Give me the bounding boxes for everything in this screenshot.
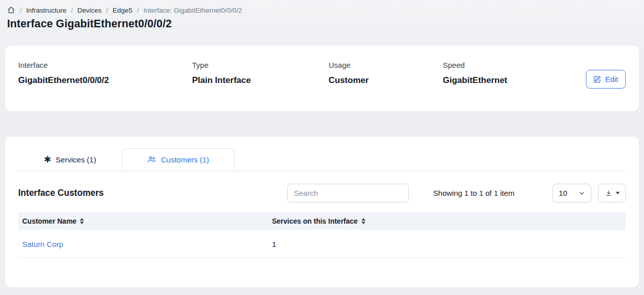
- breadcrumb-separator: /: [137, 7, 139, 14]
- field-usage-label: Usage: [329, 61, 443, 69]
- field-usage-value: Customer: [329, 75, 443, 86]
- breadcrumb-item-current-interface: Interface: GigabitEthernet0/0/0/2: [144, 7, 242, 14]
- sort-icon: [361, 218, 365, 224]
- page-header: / Infrastructure / Devices / Edge5 / Int…: [0, 0, 644, 46]
- showing-count-text: Showing 1 to 1 of 1 item: [433, 189, 518, 197]
- tab-customers[interactable]: Customers (1): [122, 148, 235, 171]
- breadcrumb-separator: /: [71, 7, 73, 14]
- field-interface-label: Interface: [18, 61, 192, 69]
- field-usage: Usage Customer: [329, 61, 443, 111]
- people-icon: [147, 155, 156, 164]
- field-speed-label: Speed: [443, 61, 586, 69]
- field-type-value: Plain Interface: [192, 75, 329, 86]
- column-header-customer-name[interactable]: Customer Name: [18, 217, 268, 225]
- field-speed: Speed GigabitEthernet: [443, 61, 586, 111]
- field-interface-value: GigabitEthernet0/0/0/2: [18, 75, 192, 86]
- breadcrumb-home-link[interactable]: [7, 6, 15, 14]
- table-row: Saturn Corp 1: [18, 230, 626, 258]
- cell-services-count: 1: [268, 240, 280, 248]
- breadcrumb: / Infrastructure / Devices / Edge5 / Int…: [7, 6, 637, 14]
- column-header-services-count[interactable]: Services on this Interface: [268, 217, 626, 225]
- panel-title: Interface Customers: [18, 188, 287, 198]
- field-interface: Interface GigabitEthernet0/0/0/2: [18, 61, 192, 111]
- page-title: Interface GigabitEthernet0/0/0/2: [7, 18, 637, 30]
- tab-services-label: Services (1): [56, 155, 96, 164]
- export-download-button[interactable]: [598, 184, 626, 202]
- edit-pencil-icon: [593, 75, 601, 83]
- breadcrumb-item-edge5[interactable]: Edge5: [113, 7, 132, 14]
- table-header-row: Customer Name Services on this Interface: [18, 212, 626, 230]
- field-type-label: Type: [192, 61, 329, 69]
- breadcrumb-item-devices[interactable]: Devices: [77, 7, 102, 14]
- chevron-down-icon: [578, 190, 585, 197]
- home-icon: [7, 6, 15, 14]
- search-input[interactable]: [287, 184, 408, 202]
- sort-icon: [80, 218, 84, 224]
- cell-customer-name: Saturn Corp: [18, 240, 268, 248]
- customers-toolbar: Interface Customers Showing 1 to 1 of 1 …: [18, 184, 626, 202]
- breadcrumb-separator: /: [20, 7, 22, 14]
- download-icon: [605, 189, 613, 197]
- field-type: Type Plain Interface: [192, 61, 329, 111]
- customers-table: Customer Name Services on this Interface…: [18, 212, 626, 258]
- tab-customers-label: Customers (1): [161, 155, 209, 164]
- tab-services[interactable]: ✱ Services (1): [18, 148, 122, 171]
- tab-bar: ✱ Services (1) Customers (1): [18, 148, 626, 171]
- edit-button-label: Edit: [605, 75, 618, 83]
- interface-summary-card: Interface GigabitEthernet0/0/0/2 Type Pl…: [5, 46, 639, 111]
- column-header-services-count-label: Services on this Interface: [272, 217, 358, 225]
- page-size-value: 10: [559, 189, 567, 197]
- edit-button[interactable]: Edit: [586, 70, 626, 89]
- field-speed-value: GigabitEthernet: [443, 75, 586, 86]
- asterisk-icon: ✱: [44, 155, 51, 164]
- interface-details-card: ✱ Services (1) Customers (1) Interface C…: [5, 137, 639, 287]
- page-size-select[interactable]: 10: [553, 184, 591, 202]
- breadcrumb-item-infrastructure[interactable]: Infrastructure: [26, 7, 67, 14]
- caret-down-icon: [616, 192, 620, 194]
- customer-link[interactable]: Saturn Corp: [22, 240, 63, 248]
- breadcrumb-separator: /: [106, 7, 108, 14]
- column-header-customer-name-label: Customer Name: [22, 217, 76, 225]
